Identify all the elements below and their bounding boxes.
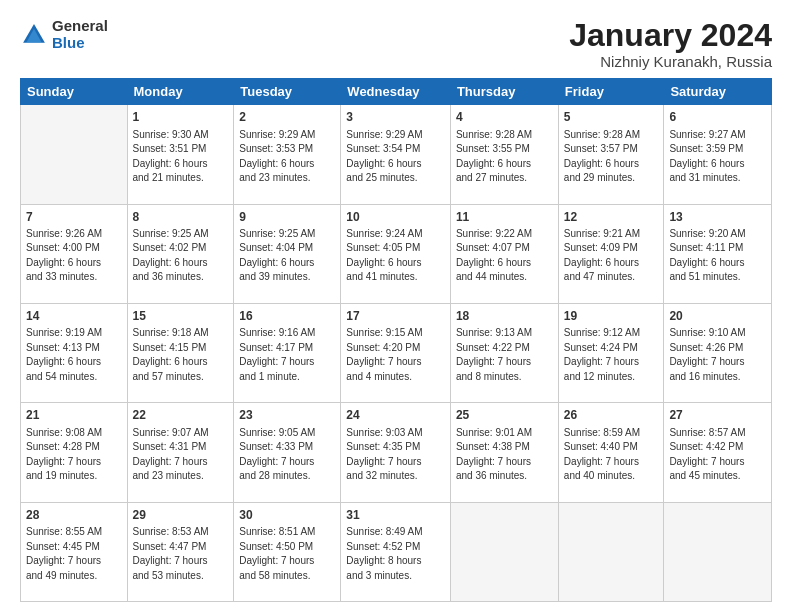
calendar-cell: 23Sunrise: 9:05 AMSunset: 4:33 PMDayligh… — [234, 403, 341, 502]
day-info-line: Daylight: 7 hours — [564, 455, 659, 470]
day-info-line: Daylight: 6 hours — [564, 256, 659, 271]
day-info-line: Daylight: 6 hours — [564, 157, 659, 172]
page: General Blue January 2024 Nizhniy Kurana… — [0, 0, 792, 612]
weekday-header-tuesday: Tuesday — [234, 79, 341, 105]
day-number: 24 — [346, 407, 445, 424]
day-number: 11 — [456, 209, 553, 226]
day-info-line: and 21 minutes. — [133, 171, 229, 186]
day-info-line: and 4 minutes. — [346, 370, 445, 385]
day-number: 2 — [239, 109, 335, 126]
day-info-line: and 1 minute. — [239, 370, 335, 385]
day-number: 23 — [239, 407, 335, 424]
day-number: 28 — [26, 507, 122, 524]
day-info-line: Daylight: 7 hours — [26, 554, 122, 569]
day-info-line: Daylight: 6 hours — [669, 157, 766, 172]
month-title: January 2024 — [569, 18, 772, 53]
day-info-line: Daylight: 7 hours — [456, 355, 553, 370]
day-info-line: Sunset: 4:05 PM — [346, 241, 445, 256]
calendar-cell: 20Sunrise: 9:10 AMSunset: 4:26 PMDayligh… — [664, 303, 772, 402]
day-number: 26 — [564, 407, 659, 424]
day-info-line: and 32 minutes. — [346, 469, 445, 484]
day-info-line: Daylight: 6 hours — [456, 256, 553, 271]
logo-icon — [20, 21, 48, 49]
calendar-table: SundayMondayTuesdayWednesdayThursdayFrid… — [20, 78, 772, 602]
calendar-cell: 8Sunrise: 9:25 AMSunset: 4:02 PMDaylight… — [127, 204, 234, 303]
day-info-line: Sunset: 3:57 PM — [564, 142, 659, 157]
day-info-line: Sunrise: 9:21 AM — [564, 227, 659, 242]
day-info-line: Sunset: 3:55 PM — [456, 142, 553, 157]
day-number: 13 — [669, 209, 766, 226]
logo-blue: Blue — [52, 35, 108, 52]
calendar-cell — [558, 502, 664, 601]
day-info-line: and 41 minutes. — [346, 270, 445, 285]
weekday-header-row: SundayMondayTuesdayWednesdayThursdayFrid… — [21, 79, 772, 105]
calendar-cell: 1Sunrise: 9:30 AMSunset: 3:51 PMDaylight… — [127, 105, 234, 204]
day-info-line: Sunrise: 9:30 AM — [133, 128, 229, 143]
day-info-line: Daylight: 6 hours — [26, 256, 122, 271]
day-number: 30 — [239, 507, 335, 524]
day-number: 17 — [346, 308, 445, 325]
day-info-line: and 19 minutes. — [26, 469, 122, 484]
logo: General Blue — [20, 18, 108, 51]
day-info-line: Sunrise: 9:25 AM — [239, 227, 335, 242]
day-info-line: Daylight: 6 hours — [669, 256, 766, 271]
day-info-line: and 58 minutes. — [239, 569, 335, 584]
title-block: January 2024 Nizhniy Kuranakh, Russia — [569, 18, 772, 70]
calendar-cell: 7Sunrise: 9:26 AMSunset: 4:00 PMDaylight… — [21, 204, 128, 303]
day-info-line: Sunset: 4:22 PM — [456, 341, 553, 356]
logo-general: General — [52, 18, 108, 35]
day-number: 22 — [133, 407, 229, 424]
day-number: 27 — [669, 407, 766, 424]
day-info-line: and 25 minutes. — [346, 171, 445, 186]
day-number: 31 — [346, 507, 445, 524]
calendar-cell: 22Sunrise: 9:07 AMSunset: 4:31 PMDayligh… — [127, 403, 234, 502]
calendar-cell: 6Sunrise: 9:27 AMSunset: 3:59 PMDaylight… — [664, 105, 772, 204]
day-info-line: Sunset: 4:31 PM — [133, 440, 229, 455]
week-row-5: 28Sunrise: 8:55 AMSunset: 4:45 PMDayligh… — [21, 502, 772, 601]
day-info-line: and 57 minutes. — [133, 370, 229, 385]
day-info-line: Sunrise: 8:55 AM — [26, 525, 122, 540]
day-info-line: Sunrise: 9:29 AM — [346, 128, 445, 143]
day-info-line: Daylight: 6 hours — [133, 157, 229, 172]
day-info-line: Sunrise: 9:01 AM — [456, 426, 553, 441]
day-info-line: Sunset: 4:45 PM — [26, 540, 122, 555]
day-info-line: Sunset: 4:26 PM — [669, 341, 766, 356]
day-info-line: and 40 minutes. — [564, 469, 659, 484]
day-info-line: Sunset: 4:47 PM — [133, 540, 229, 555]
day-info-line: Daylight: 7 hours — [239, 455, 335, 470]
calendar-cell: 25Sunrise: 9:01 AMSunset: 4:38 PMDayligh… — [450, 403, 558, 502]
day-number: 19 — [564, 308, 659, 325]
day-info-line: Daylight: 7 hours — [564, 355, 659, 370]
weekday-header-wednesday: Wednesday — [341, 79, 451, 105]
day-info-line: and 12 minutes. — [564, 370, 659, 385]
day-info-line: Daylight: 7 hours — [239, 355, 335, 370]
day-info-line: and 23 minutes. — [239, 171, 335, 186]
day-info-line: Sunrise: 9:26 AM — [26, 227, 122, 242]
day-info-line: Sunrise: 9:28 AM — [564, 128, 659, 143]
day-info-line: Daylight: 6 hours — [133, 355, 229, 370]
day-info-line: and 49 minutes. — [26, 569, 122, 584]
weekday-header-monday: Monday — [127, 79, 234, 105]
day-info-line: and 3 minutes. — [346, 569, 445, 584]
calendar-cell — [664, 502, 772, 601]
calendar-cell: 18Sunrise: 9:13 AMSunset: 4:22 PMDayligh… — [450, 303, 558, 402]
day-info-line: Sunrise: 8:53 AM — [133, 525, 229, 540]
day-number: 21 — [26, 407, 122, 424]
day-number: 9 — [239, 209, 335, 226]
week-row-2: 7Sunrise: 9:26 AMSunset: 4:00 PMDaylight… — [21, 204, 772, 303]
day-info-line: and 16 minutes. — [669, 370, 766, 385]
calendar-cell: 11Sunrise: 9:22 AMSunset: 4:07 PMDayligh… — [450, 204, 558, 303]
weekday-header-saturday: Saturday — [664, 79, 772, 105]
day-number: 15 — [133, 308, 229, 325]
weekday-header-friday: Friday — [558, 79, 664, 105]
day-info-line: Sunset: 4:17 PM — [239, 341, 335, 356]
day-info-line: Sunset: 4:20 PM — [346, 341, 445, 356]
weekday-header-sunday: Sunday — [21, 79, 128, 105]
day-info-line: Sunset: 4:35 PM — [346, 440, 445, 455]
day-number: 16 — [239, 308, 335, 325]
calendar-cell: 12Sunrise: 9:21 AMSunset: 4:09 PMDayligh… — [558, 204, 664, 303]
day-info-line: and 53 minutes. — [133, 569, 229, 584]
day-number: 14 — [26, 308, 122, 325]
day-info-line: Sunset: 3:59 PM — [669, 142, 766, 157]
calendar-cell: 24Sunrise: 9:03 AMSunset: 4:35 PMDayligh… — [341, 403, 451, 502]
